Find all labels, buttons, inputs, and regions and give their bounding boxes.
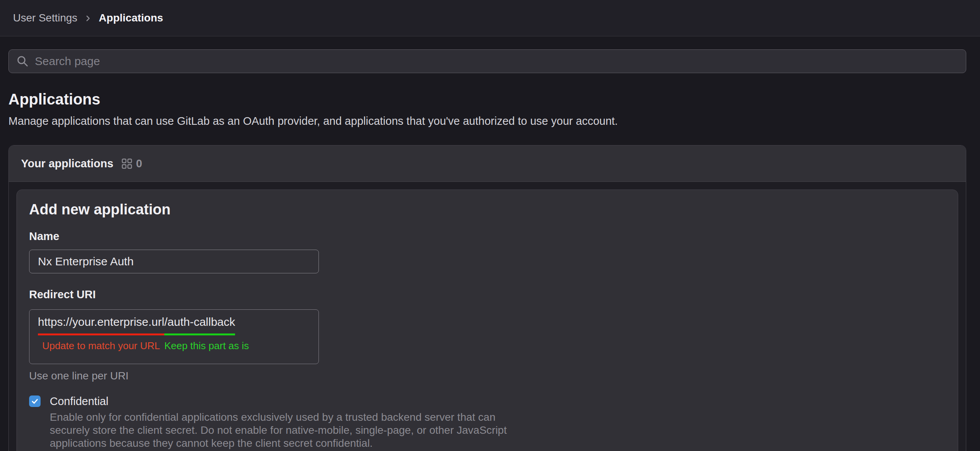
application-name-input[interactable] [29,250,319,273]
form-title: Add new application [29,201,946,218]
redirect-uri-help: Use one line per URI [29,369,946,382]
breadcrumb: User Settings Applications [13,12,163,24]
confidential-row: Confidential [29,395,946,407]
breadcrumb-bar: User Settings Applications [0,0,980,36]
confidential-help-text: Enable only for confidential application… [50,411,519,450]
confidential-checkbox[interactable] [29,395,41,407]
breadcrumb-user-settings[interactable]: User Settings [13,12,77,24]
search-icon [16,55,29,67]
check-icon [31,397,39,405]
search-bar[interactable] [8,49,966,73]
confidential-label[interactable]: Confidential [50,395,108,407]
uri-part-callback: /auth-callback [164,315,235,335]
redirect-uri-label: Redirect URI [29,288,946,301]
uri-part-host: https://your.enterprise.url [38,315,164,335]
search-input[interactable] [34,54,958,68]
redirect-uri-value: https://your.enterprise.url Update to ma… [38,315,310,351]
breadcrumb-applications: Applications [99,12,163,24]
name-label: Name [29,230,946,243]
your-applications-body: Add new application Name Redirect URI ht… [9,182,966,451]
uri-annotation-keep: Keep this part as is [164,340,249,351]
main-content: Applications Manage applications that ca… [0,49,980,451]
your-applications-header: Your applications 0 [9,145,966,182]
applications-count-badge: 0 [136,157,142,170]
redirect-uri-textarea[interactable]: https://your.enterprise.url Update to ma… [29,309,319,364]
applications-grid-icon [122,159,132,169]
uri-annotation-update: Update to match your URL [42,340,160,351]
page-title: Applications [8,90,966,108]
your-applications-section: Your applications 0 Add new application … [8,145,966,451]
add-application-form: Add new application Name Redirect URI ht… [16,190,958,451]
your-applications-title: Your applications [21,157,113,170]
chevron-right-icon [84,15,92,22]
page-description: Manage applications that can use GitLab … [8,114,966,127]
